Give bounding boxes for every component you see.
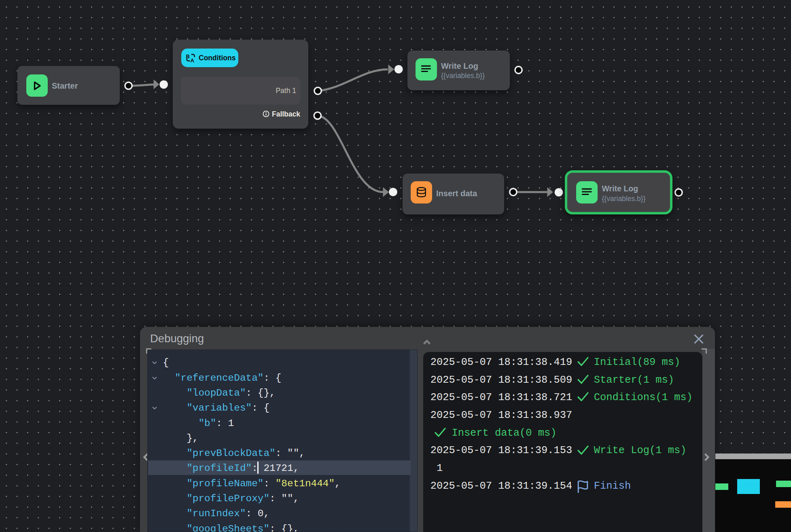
svg-text:A: A bbox=[190, 57, 194, 63]
svg-text:B: B bbox=[186, 53, 190, 59]
